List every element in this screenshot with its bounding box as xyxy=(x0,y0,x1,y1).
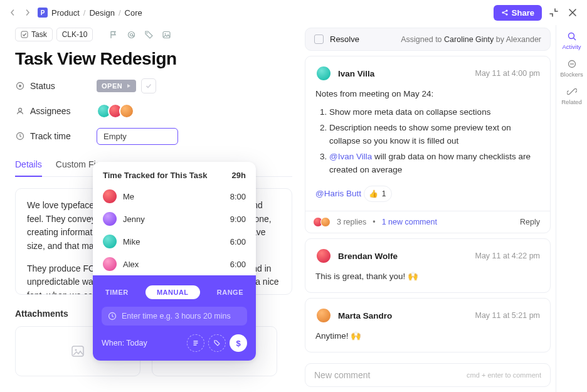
comment-card: Brendan Wolfe May 11 at 4:22 pm This is … xyxy=(305,238,551,293)
popup-total: 29h xyxy=(232,171,246,180)
share-icon xyxy=(501,9,509,16)
time-tracking-popup: Time Tracked for This Task 29h Me8:00 Je… xyxy=(93,162,256,361)
time-entry-placeholder: Enter time e.g. 3 hours 20 mins xyxy=(122,312,231,320)
svg-point-18 xyxy=(568,33,574,39)
share-label: Share xyxy=(512,8,534,18)
track-time-input[interactable] xyxy=(97,128,178,145)
status-label: Status xyxy=(30,81,55,91)
mention[interactable]: @Haris Butt xyxy=(315,189,361,198)
crumb-core[interactable]: Core xyxy=(125,8,142,18)
avatar xyxy=(315,65,332,82)
reply-button[interactable]: Reply xyxy=(520,218,540,226)
blockers-icon xyxy=(567,59,577,69)
time-row[interactable]: Me8:00 xyxy=(93,185,256,208)
mode-manual[interactable]: MANUAL xyxy=(145,285,200,299)
complete-checkbox[interactable] xyxy=(141,78,156,93)
status-value: OPEN xyxy=(102,82,122,90)
time-row-duration: 9:00 xyxy=(230,215,246,224)
page-title: Task View Redesign xyxy=(15,49,292,69)
new-comment-input[interactable]: New comment cmd + enter to comment xyxy=(305,363,551,387)
new-comment-placeholder: New comment xyxy=(314,370,370,380)
time-row-duration: 6:00 xyxy=(230,237,246,246)
rail-related[interactable]: Related xyxy=(561,87,582,105)
task-type-pill[interactable]: Task xyxy=(15,28,53,41)
time-row[interactable]: Mike6:00 xyxy=(93,230,256,253)
avatar xyxy=(103,235,117,248)
comment-time: May 11 at 5:21 pm xyxy=(475,311,540,320)
reply-count[interactable]: 3 replies xyxy=(337,218,366,226)
comment-body: This is great, thank you! 🙌 xyxy=(315,270,540,283)
assignee-avatars[interactable] xyxy=(97,103,134,119)
image-placeholder-icon xyxy=(71,344,85,358)
reaction-pill[interactable]: 👍 1 xyxy=(364,186,393,203)
time-row-name: Mike xyxy=(123,237,140,246)
breadcrumb[interactable]: P Product/ Design/ Core xyxy=(38,8,142,18)
avatar xyxy=(103,212,117,226)
close-icon[interactable] xyxy=(566,6,579,19)
mention-icon[interactable] xyxy=(124,28,138,41)
comment-time: May 11 at 4:22 pm xyxy=(475,252,540,260)
comment-card: Marta Sandro May 11 at 5:21 pm Anytime! … xyxy=(305,298,551,352)
svg-point-5 xyxy=(130,33,132,36)
mention[interactable]: @Ivan Villa xyxy=(329,152,372,161)
svg-point-11 xyxy=(19,109,22,112)
task-id-pill[interactable]: CLK-10 xyxy=(56,28,93,41)
minimize-icon[interactable] xyxy=(547,6,561,19)
task-check-icon xyxy=(21,31,28,38)
time-field-icon xyxy=(15,131,25,141)
crumb-design[interactable]: Design xyxy=(89,8,114,18)
task-type-label: Task xyxy=(31,30,47,39)
time-row[interactable]: Jenny9:00 xyxy=(93,208,256,230)
status-chip[interactable]: OPEN xyxy=(97,80,136,92)
crumb-product[interactable]: Product xyxy=(51,8,80,18)
new-comment-count[interactable]: 1 new comment xyxy=(382,218,437,226)
assigned-to-text: Assigned to Caroline Ginty by Alexander xyxy=(401,35,541,44)
avatar xyxy=(315,307,332,324)
time-row[interactable]: Alex6:00 xyxy=(93,253,256,275)
space-badge: P xyxy=(38,8,48,18)
comment-body: Notes from meeting on May 24: Show more … xyxy=(315,88,540,202)
avatar xyxy=(315,248,332,264)
time-row-name: Jenny xyxy=(123,215,145,224)
tag-icon[interactable] xyxy=(142,28,156,41)
mode-range[interactable]: RANGE xyxy=(217,289,243,296)
track-time-label: Track time xyxy=(30,131,71,141)
nav-back[interactable] xyxy=(8,8,18,18)
note-icon[interactable] xyxy=(187,334,204,352)
reaction-count: 1 xyxy=(382,188,386,200)
comment-body: Anytime! 🙌 xyxy=(315,330,540,343)
billable-icon[interactable]: $ xyxy=(230,334,247,352)
comment-card: Ivan Villa May 11 at 4:00 pm Notes from … xyxy=(305,56,551,233)
svg-point-8 xyxy=(164,33,166,34)
nav-forward[interactable] xyxy=(23,8,33,18)
time-entry-input[interactable]: Enter time e.g. 3 hours 20 mins xyxy=(102,307,247,326)
svg-point-14 xyxy=(75,349,77,351)
share-button[interactable]: Share xyxy=(494,5,542,21)
tab-details[interactable]: Details xyxy=(15,159,42,177)
avatar[interactable] xyxy=(119,103,134,119)
rail-activity[interactable]: Activity xyxy=(562,31,581,50)
time-row-duration: 8:00 xyxy=(230,192,246,201)
svg-point-10 xyxy=(19,85,21,87)
svg-rect-3 xyxy=(21,31,28,38)
resolve-label: Resolve xyxy=(330,34,359,44)
new-comment-hint: cmd + enter to comment xyxy=(467,371,541,379)
mode-timer[interactable]: TIMER xyxy=(105,289,129,296)
rail-blockers[interactable]: Blockers xyxy=(560,59,583,78)
search-icon xyxy=(567,31,577,41)
avatar xyxy=(103,189,117,203)
rail-label: Blockers xyxy=(560,71,583,78)
rail-label: Related xyxy=(561,98,582,105)
comment-author[interactable]: Ivan Villa xyxy=(338,69,374,78)
image-icon[interactable] xyxy=(159,28,173,41)
when-label[interactable]: When: Today xyxy=(102,339,147,347)
resolve-checkbox[interactable] xyxy=(314,34,324,44)
rail-label: Activity xyxy=(562,43,581,50)
comment-author[interactable]: Brendan Wolfe xyxy=(338,252,398,261)
clock-icon xyxy=(108,312,117,320)
comment-time: May 11 at 4:00 pm xyxy=(475,69,540,78)
flag-icon[interactable] xyxy=(107,28,120,41)
comment-author[interactable]: Marta Sandro xyxy=(338,311,392,320)
tag-icon[interactable] xyxy=(208,334,226,352)
status-next-icon xyxy=(126,83,131,88)
